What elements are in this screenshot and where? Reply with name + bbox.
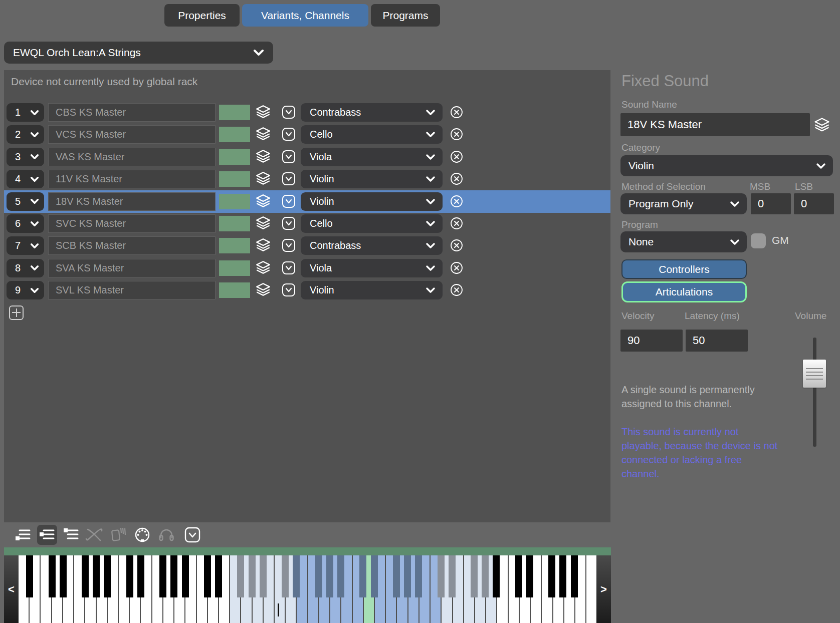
black-key[interactable] [137,555,144,597]
view-list-bottom-button[interactable] [13,525,33,545]
volume-slider-thumb[interactable] [803,360,826,388]
keyboard-options-button[interactable] [182,525,202,545]
channel-color-swatch[interactable] [219,238,250,253]
remove-channel-button[interactable] [450,195,463,208]
black-key[interactable] [93,555,100,597]
black-key[interactable] [515,555,522,597]
black-key[interactable] [315,555,322,597]
remove-channel-button[interactable] [450,172,463,185]
channel-options-button[interactable] [282,172,296,186]
tab-variants-channels[interactable]: Variants, Channels [242,4,368,27]
channel-number-dropdown[interactable]: 6 [7,214,44,233]
unlink-routes-button[interactable] [84,525,104,545]
channel-color-swatch[interactable] [219,260,250,276]
black-key[interactable] [438,555,445,597]
method-of-selection-dropdown[interactable]: Program Only [620,193,747,214]
black-key[interactable] [393,555,400,597]
white-key[interactable] [586,555,596,623]
black-key[interactable] [260,555,267,597]
category-dropdown[interactable]: Violin [620,155,833,176]
category-cell-dropdown[interactable]: Contrabass [301,236,443,255]
sound-name-cell[interactable]: 11V KS Master [48,170,216,188]
channel-options-button[interactable] [282,105,296,119]
monitor-audio-button[interactable] [156,525,176,545]
category-cell-dropdown[interactable]: Viola [301,259,443,277]
black-key[interactable] [359,555,366,597]
midi-monitor-button[interactable] [132,525,152,545]
channel-number-dropdown[interactable]: 7 [7,236,44,255]
black-key[interactable] [449,555,456,597]
black-key[interactable] [371,555,378,597]
channel-options-button[interactable] [282,261,296,275]
black-key[interactable] [482,555,489,597]
category-cell-dropdown[interactable]: Violin [301,192,443,211]
channel-color-swatch[interactable] [219,282,250,298]
channel-number-dropdown[interactable]: 3 [7,148,44,166]
channel-options-button[interactable] [282,150,296,164]
channel-color-swatch[interactable] [219,216,250,231]
black-key[interactable] [237,555,244,597]
black-key[interactable] [548,555,555,597]
channel-options-button[interactable] [282,216,296,230]
layers-button[interactable] [255,126,272,143]
channel-options-button[interactable] [282,238,296,252]
tab-programs[interactable]: Programs [371,4,440,27]
velocity-field[interactable]: 90 [620,330,683,352]
channel-options-button[interactable] [282,283,296,297]
channel-number-dropdown[interactable]: 9 [7,281,44,299]
channel-number-dropdown[interactable]: 4 [7,170,44,188]
channel-color-swatch[interactable] [219,149,250,165]
remove-channel-button[interactable] [450,239,463,252]
category-cell-dropdown[interactable]: Cello [301,125,443,144]
black-key[interactable] [182,555,189,597]
scroll-keyboard-left-button[interactable]: < [4,555,19,623]
view-list-top-button[interactable] [61,525,81,545]
articulations-button[interactable]: Articulations [621,281,747,302]
black-key[interactable] [49,555,56,597]
black-key[interactable] [493,555,500,597]
channel-options-button[interactable] [282,127,296,141]
sound-name-cell[interactable]: SCB KS Master [48,236,216,255]
sound-name-field[interactable]: 18V KS Master [620,113,810,136]
category-cell-dropdown[interactable]: Violin [301,170,443,188]
program-dropdown[interactable]: None [620,231,747,252]
tab-properties[interactable]: Properties [164,4,240,27]
channel-number-dropdown[interactable]: 1 [7,103,44,122]
remove-channel-button[interactable] [450,106,463,119]
layers-button[interactable] [255,237,272,254]
category-cell-dropdown[interactable]: Viola [301,148,443,166]
sound-name-cell[interactable]: VAS KS Master [48,148,216,166]
sound-name-cell[interactable]: 18V KS Master [48,192,216,211]
channel-number-dropdown[interactable]: 8 [7,259,44,277]
channel-color-swatch[interactable] [219,194,250,209]
layers-button[interactable] [255,281,272,298]
layers-button[interactable] [255,170,272,187]
black-key[interactable] [60,555,67,597]
black-key[interactable] [104,555,111,597]
channel-color-swatch[interactable] [219,105,250,120]
black-key[interactable] [404,555,411,597]
black-key[interactable] [82,555,89,597]
sound-name-cell[interactable]: VCS KS Master [48,125,216,144]
layers-button[interactable] [255,193,272,210]
channel-color-swatch[interactable] [219,171,250,187]
sound-name-cell[interactable]: SVA KS Master [48,259,216,277]
volume-slider-track[interactable] [813,338,816,447]
controllers-button[interactable]: Controllers [621,259,747,279]
remove-channel-button[interactable] [450,128,463,141]
channel-number-dropdown[interactable]: 2 [7,125,44,144]
channel-number-dropdown[interactable]: 5 [7,192,44,211]
latency-field[interactable]: 50 [686,330,748,352]
layers-button[interactable] [255,104,272,121]
channel-color-swatch[interactable] [219,127,250,142]
remove-channel-button[interactable] [450,261,463,274]
msb-field[interactable]: 0 [751,193,791,214]
layers-button[interactable] [255,259,272,276]
sound-name-cell[interactable]: SVC KS Master [48,214,216,233]
scroll-keyboard-right-button[interactable]: > [596,555,611,623]
device-activity-button[interactable] [108,525,128,545]
black-key[interactable] [215,555,222,597]
sound-name-cell[interactable]: CBS KS Master [48,103,216,122]
black-key[interactable] [293,555,300,597]
category-cell-dropdown[interactable]: Cello [301,214,443,233]
